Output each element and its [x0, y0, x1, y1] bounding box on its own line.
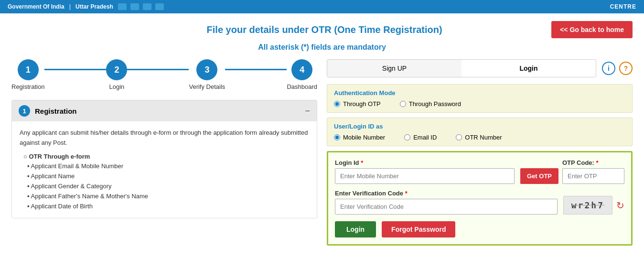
- login-id-mobile[interactable]: Mobile Number: [334, 134, 385, 141]
- step-line-1: [44, 69, 106, 70]
- divider: |: [69, 3, 71, 10]
- top-bar-left: Government Of India | Uttar Pradesh: [8, 3, 164, 10]
- get-otp-button[interactable]: Get OTP: [520, 168, 558, 184]
- otr-list: OTR Through e-form: [20, 152, 309, 162]
- mandatory-note: All asterisk (*) fields are mandatory: [11, 43, 633, 52]
- registration-header-left: 1 Registration: [19, 105, 77, 117]
- uttar-pradesh-label: Uttar Pradesh: [75, 3, 113, 10]
- step-2-circle: 2: [106, 59, 127, 80]
- step-4-circle: 4: [291, 59, 312, 80]
- verification-input[interactable]: [335, 199, 558, 215]
- step-2-label: Login: [109, 83, 125, 90]
- auth-mode-password-label: Through Password: [409, 100, 461, 108]
- registration-section: 1 Registration − Any applicant can submi…: [11, 100, 317, 218]
- left-panel: 1 Registration 2 Login 3 Verify Details …: [11, 59, 317, 226]
- registration-title: Registration: [35, 107, 77, 115]
- go-back-button[interactable]: << Go back to home: [551, 21, 633, 38]
- bullet-list: Applicant Email & Mobile Number Applican…: [20, 162, 309, 211]
- registration-body: Any applicant can submit his/her details…: [12, 121, 317, 218]
- registration-header: 1 Registration −: [12, 100, 317, 121]
- list-item: Applicant Date of Birth: [27, 202, 309, 212]
- step-2: 2 Login: [106, 59, 127, 90]
- user-login-id-radio-group: Mobile Number Email ID OTR Number: [334, 134, 625, 141]
- social-icons: [118, 3, 164, 10]
- login-id-row: Login Id * Get OTP OTP Code: *: [335, 159, 624, 184]
- list-item: Applicant Email & Mobile Number: [27, 162, 309, 172]
- login-form-area: Login Id * Get OTP OTP Code: *: [327, 151, 633, 246]
- login-id-input[interactable]: [335, 168, 515, 184]
- page-title: File your details under OTR (One Time Re…: [97, 24, 551, 35]
- list-item: Applicant Gender & Category: [27, 182, 309, 192]
- social-icon-1[interactable]: [118, 3, 127, 10]
- login-id-otr-label: OTR Number: [465, 134, 502, 141]
- auth-tab-group: Sign UP Login: [327, 59, 596, 77]
- auth-mode-section: Authentication Mode Through OTP Through …: [327, 84, 633, 113]
- required-star: *: [596, 159, 599, 166]
- centre-label: CENTRE: [610, 3, 636, 10]
- registration-body-text: Any applicant can submit his/her details…: [20, 128, 309, 148]
- list-item: Applicant Father's Name & Mother's Name: [27, 192, 309, 202]
- social-icon-4[interactable]: [155, 3, 164, 10]
- login-tab[interactable]: Login: [462, 60, 596, 77]
- step-4: 4 Dashboard: [287, 59, 317, 90]
- right-panel: Sign UP Login i ? Authentication Mode Th…: [327, 59, 633, 246]
- auth-mode-otp[interactable]: Through OTP: [334, 100, 381, 108]
- help-icon[interactable]: ?: [619, 62, 633, 75]
- captcha-box: wr2h7 ↻: [563, 196, 624, 215]
- header-row: File your details under OTR (One Time Re…: [11, 21, 633, 38]
- otp-section: Get OTP OTP Code: *: [520, 159, 624, 184]
- captcha-image: wr2h7: [563, 196, 612, 215]
- login-id-label: Login Id *: [335, 159, 515, 166]
- login-id-otr[interactable]: OTR Number: [456, 134, 502, 141]
- top-bar: Government Of India | Uttar Pradesh CENT…: [0, 0, 644, 13]
- reg-number-badge: 1: [19, 105, 30, 117]
- otp-input[interactable]: [562, 168, 624, 184]
- login-id-email[interactable]: Email ID: [404, 134, 437, 141]
- required-star: *: [405, 190, 408, 197]
- collapse-icon[interactable]: −: [305, 106, 310, 116]
- step-3-circle: 3: [196, 59, 217, 80]
- user-login-id-section: User/Login ID as Mobile Number Email ID …: [327, 118, 633, 146]
- step-1-label: Registration: [11, 83, 44, 90]
- verification-row: Enter Verification Code * wr2h7 ↻: [335, 190, 624, 215]
- main-container: File your details under OTR (One Time Re…: [0, 13, 644, 280]
- login-id-group: Login Id *: [335, 159, 515, 184]
- auth-mode-otp-label: Through OTP: [343, 100, 381, 108]
- stepper: 1 Registration 2 Login 3 Verify Details …: [11, 59, 317, 90]
- social-icon-3[interactable]: [143, 3, 151, 10]
- required-star: *: [361, 159, 363, 166]
- login-id-email-label: Email ID: [413, 134, 437, 141]
- auth-mode-radio-group: Through OTP Through Password: [334, 100, 625, 108]
- action-buttons: Login Forgot Password: [335, 221, 624, 237]
- forgot-password-button[interactable]: Forgot Password: [382, 221, 455, 237]
- login-id-mobile-label: Mobile Number: [343, 134, 385, 141]
- otp-label: OTP Code: *: [562, 159, 624, 166]
- list-item: Applicant Name: [27, 172, 309, 182]
- gov-india-label: Government Of India: [8, 3, 64, 10]
- step-4-label: Dashboard: [287, 83, 317, 90]
- social-icon-2[interactable]: [130, 3, 139, 10]
- step-3: 3 Verify Details: [189, 59, 225, 90]
- step-3-label: Verify Details: [189, 83, 225, 90]
- signup-tab[interactable]: Sign UP: [327, 60, 462, 77]
- user-login-id-label: User/Login ID as: [334, 123, 625, 130]
- step-line-3: [225, 69, 287, 70]
- step-1: 1 Registration: [11, 59, 44, 90]
- verification-label: Enter Verification Code *: [335, 190, 558, 197]
- auth-mode-password[interactable]: Through Password: [400, 100, 461, 108]
- step-line-2: [127, 69, 189, 70]
- auth-mode-label: Authentication Mode: [334, 89, 625, 97]
- refresh-icon[interactable]: ↻: [616, 200, 624, 211]
- step-1-circle: 1: [18, 59, 39, 80]
- otp-input-group: OTP Code: *: [562, 159, 624, 184]
- auth-tabs-row: Sign UP Login i ?: [327, 59, 633, 77]
- auth-tab-icons: i ?: [602, 62, 633, 75]
- otr-heading: OTR Through e-form: [29, 153, 90, 160]
- content-row: 1 Registration 2 Login 3 Verify Details …: [11, 59, 633, 246]
- otr-item: OTR Through e-form: [23, 152, 309, 162]
- verification-group: Enter Verification Code *: [335, 190, 558, 215]
- info-icon[interactable]: i: [602, 62, 615, 75]
- login-button[interactable]: Login: [335, 221, 376, 237]
